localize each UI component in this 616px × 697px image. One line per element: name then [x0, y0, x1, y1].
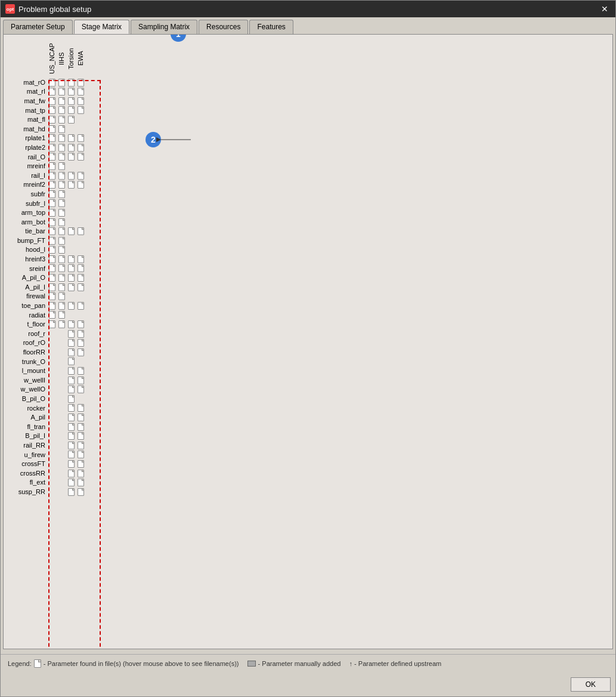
- table-row[interactable]: mat_hd: [8, 124, 85, 134]
- matrix-cell[interactable]: [57, 96, 66, 106]
- matrix-cell[interactable]: [47, 394, 57, 403]
- matrix-cell[interactable]: [66, 319, 76, 329]
- matrix-cell[interactable]: [76, 245, 85, 255]
- matrix-cell[interactable]: [76, 310, 85, 320]
- matrix-cell[interactable]: [57, 87, 66, 97]
- matrix-cell[interactable]: [76, 422, 85, 431]
- matrix-cell[interactable]: [66, 394, 76, 403]
- matrix-cell[interactable]: [66, 385, 76, 394]
- table-row[interactable]: susp_RR: [8, 487, 85, 496]
- table-row[interactable]: floorRR: [8, 347, 85, 357]
- matrix-cell[interactable]: [76, 199, 85, 208]
- matrix-cell[interactable]: [57, 394, 66, 403]
- table-row[interactable]: fl_ext: [8, 478, 85, 488]
- table-row[interactable]: toe_pan: [8, 301, 85, 310]
- matrix-cell[interactable]: [47, 161, 57, 171]
- matrix-cell[interactable]: [66, 254, 76, 264]
- matrix-cell[interactable]: [66, 422, 76, 431]
- matrix-cell[interactable]: [47, 96, 57, 106]
- matrix-cell[interactable]: [66, 487, 76, 496]
- matrix-cell[interactable]: [57, 171, 66, 180]
- matrix-cell[interactable]: [47, 124, 57, 134]
- matrix-cell[interactable]: [76, 161, 85, 171]
- matrix-cell[interactable]: [76, 282, 85, 292]
- matrix-cell[interactable]: [57, 292, 66, 301]
- matrix-cell[interactable]: [57, 422, 66, 431]
- matrix-cell[interactable]: [47, 78, 57, 87]
- matrix-cell[interactable]: [57, 487, 66, 496]
- table-row[interactable]: l_mount: [8, 366, 85, 375]
- matrix-cell[interactable]: [76, 412, 85, 422]
- matrix-cell[interactable]: [47, 385, 57, 394]
- table-row[interactable]: w_wellO: [8, 385, 85, 394]
- table-row[interactable]: roof_r: [8, 329, 85, 338]
- table-row[interactable]: mat_rO: [8, 78, 85, 87]
- matrix-cell[interactable]: [57, 143, 66, 152]
- matrix-cell[interactable]: [57, 189, 66, 199]
- matrix-cell[interactable]: [76, 385, 85, 394]
- table-row[interactable]: rail_RR: [8, 440, 85, 450]
- matrix-cell[interactable]: [57, 403, 66, 413]
- matrix-cell[interactable]: [47, 264, 57, 273]
- matrix-cell[interactable]: [57, 375, 66, 385]
- table-row[interactable]: A_pil: [8, 412, 85, 422]
- matrix-cell[interactable]: [57, 227, 66, 236]
- matrix-cell[interactable]: [66, 347, 76, 357]
- matrix-cell[interactable]: [66, 189, 76, 199]
- matrix-cell[interactable]: [76, 375, 85, 385]
- matrix-cell[interactable]: [57, 468, 66, 478]
- matrix-cell[interactable]: [66, 412, 76, 422]
- matrix-cell[interactable]: [47, 152, 57, 162]
- matrix-cell[interactable]: [66, 106, 76, 115]
- matrix-cell[interactable]: [47, 468, 57, 478]
- matrix-cell[interactable]: [47, 134, 57, 143]
- matrix-cell[interactable]: [66, 338, 76, 348]
- table-row[interactable]: u_firew: [8, 450, 85, 459]
- matrix-cell[interactable]: [47, 227, 57, 236]
- matrix-cell[interactable]: [66, 357, 76, 366]
- matrix-cell[interactable]: [76, 440, 85, 450]
- matrix-cell[interactable]: [76, 357, 85, 366]
- matrix-cell[interactable]: [47, 431, 57, 441]
- matrix-cell[interactable]: [76, 347, 85, 357]
- table-row[interactable]: arm_bot: [8, 217, 85, 227]
- table-row[interactable]: mat_fl: [8, 115, 85, 124]
- matrix-cell[interactable]: [66, 208, 76, 217]
- matrix-cell[interactable]: [47, 87, 57, 97]
- matrix-cell[interactable]: [47, 180, 57, 190]
- table-row[interactable]: hreinf3: [8, 254, 85, 264]
- matrix-cell[interactable]: [47, 106, 57, 115]
- matrix-cell[interactable]: [76, 143, 85, 152]
- matrix-cell[interactable]: [47, 301, 57, 310]
- matrix-cell[interactable]: [47, 208, 57, 217]
- matrix-cell[interactable]: [47, 282, 57, 292]
- matrix-cell[interactable]: [47, 217, 57, 227]
- matrix-cell[interactable]: [66, 134, 76, 143]
- matrix-cell[interactable]: [76, 292, 85, 301]
- matrix-cell[interactable]: [47, 171, 57, 180]
- matrix-cell[interactable]: [47, 310, 57, 320]
- matrix-cell[interactable]: [76, 87, 85, 97]
- matrix-cell[interactable]: [66, 450, 76, 459]
- table-row[interactable]: fl_tran: [8, 422, 85, 431]
- matrix-cell[interactable]: [76, 273, 85, 282]
- table-row[interactable]: crossRR: [8, 468, 85, 478]
- matrix-cell[interactable]: [57, 134, 66, 143]
- table-row[interactable]: subfr: [8, 189, 85, 199]
- matrix-cell[interactable]: [57, 245, 66, 255]
- tab-features[interactable]: Features: [249, 20, 293, 34]
- matrix-cell[interactable]: [47, 329, 57, 338]
- matrix-cell[interactable]: [76, 236, 85, 245]
- matrix-cell[interactable]: [76, 366, 85, 375]
- matrix-cell[interactable]: [66, 87, 76, 97]
- matrix-cell[interactable]: [76, 254, 85, 264]
- table-row[interactable]: firewal: [8, 292, 85, 301]
- matrix-cell[interactable]: [57, 310, 66, 320]
- matrix-cell[interactable]: [47, 254, 57, 264]
- matrix-cell[interactable]: [66, 366, 76, 375]
- matrix-cell[interactable]: [47, 450, 57, 459]
- matrix-cell[interactable]: [76, 124, 85, 134]
- table-row[interactable]: crossFT: [8, 459, 85, 468]
- table-row[interactable]: rocker: [8, 403, 85, 413]
- table-row[interactable]: tie_bar: [8, 227, 85, 236]
